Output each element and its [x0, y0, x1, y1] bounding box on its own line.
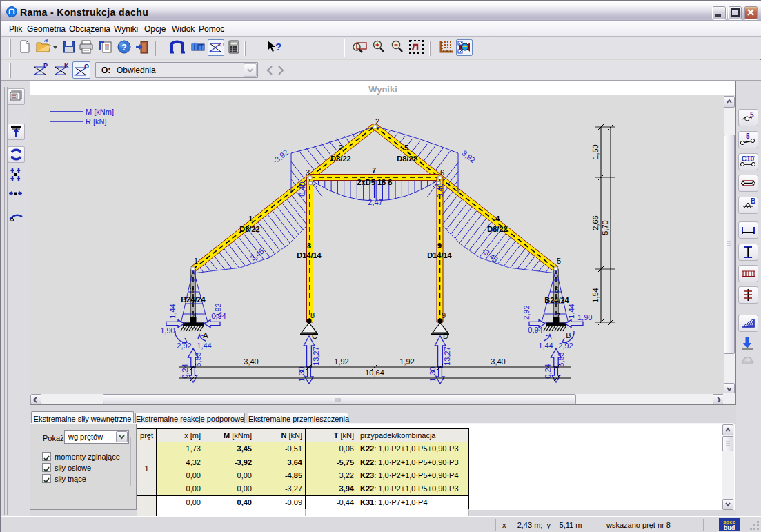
svg-text:1,30: 1,30 [428, 366, 437, 381]
svg-text:M [kNm]: M [kNm] [86, 108, 114, 116]
svg-text:D8/22: D8/22 [487, 225, 507, 233]
svg-text:13,27: 13,27 [443, 346, 451, 366]
svg-text:B: B [751, 197, 755, 205]
svg-text:D8/22: D8/22 [330, 155, 350, 163]
svg-text:K: K [64, 62, 69, 69]
svg-text:9: 9 [437, 242, 442, 250]
svg-text:2,47: 2,47 [368, 198, 382, 206]
svg-text:1,92: 1,92 [399, 357, 414, 366]
svg-text:D: D [443, 332, 448, 340]
svg-text:D8/22: D8/22 [397, 155, 417, 163]
svg-text:4,1: 4,1 [218, 42, 224, 47]
svg-text:5,53: 5,53 [557, 352, 565, 366]
svg-text:2,92: 2,92 [177, 342, 191, 350]
svg-text:0,24: 0,24 [181, 364, 189, 378]
svg-text:6: 6 [440, 168, 444, 177]
svg-text:2,92: 2,92 [558, 342, 573, 350]
svg-text:1: 1 [194, 257, 198, 265]
svg-text:3: 3 [190, 286, 194, 295]
svg-text:6: 6 [555, 286, 559, 294]
svg-text:1,54: 1,54 [591, 288, 600, 302]
svg-text:?: ? [275, 41, 281, 52]
svg-text:C: C [312, 332, 317, 340]
svg-text:2xD5 18 8: 2xD5 18 8 [357, 178, 393, 186]
svg-text:O: O [84, 63, 89, 70]
svg-text:4: 4 [192, 312, 197, 320]
svg-text:2: 2 [375, 117, 379, 126]
svg-text:2: 2 [339, 144, 343, 152]
svg-text:3,40: 3,40 [491, 357, 505, 366]
svg-text:1,44: 1,44 [168, 304, 177, 318]
svg-text:1: 1 [248, 215, 253, 223]
svg-text:1,90: 1,90 [577, 313, 592, 322]
svg-text:7: 7 [556, 312, 560, 320]
svg-text:2,92: 2,92 [522, 305, 531, 319]
svg-text:D14/14: D14/14 [427, 251, 452, 259]
svg-text:0,5: 0,5 [744, 357, 753, 363]
svg-text:B24/24: B24/24 [181, 295, 206, 304]
svg-text:R [kN]: R [kN] [86, 117, 107, 126]
svg-text:A: A [203, 331, 208, 339]
svg-text:1,44: 1,44 [538, 342, 553, 350]
svg-text:1,44: 1,44 [197, 342, 211, 350]
svg-text:5: 5 [557, 257, 561, 265]
svg-text:1,50: 1,50 [591, 144, 600, 159]
svg-text:5: 5 [404, 144, 408, 152]
svg-text:0,94: 0,94 [528, 326, 542, 334]
svg-text:1,92: 1,92 [334, 357, 348, 366]
svg-text:8: 8 [310, 311, 315, 319]
svg-text:B: B [566, 331, 571, 339]
svg-text:D14/14: D14/14 [297, 251, 322, 259]
svg-text:3,40: 3,40 [244, 357, 258, 366]
svg-text:13,27: 13,27 [312, 346, 320, 366]
svg-text:10,64: 10,64 [365, 368, 384, 377]
svg-text:0,94: 0,94 [211, 312, 226, 320]
svg-text:1,90: 1,90 [160, 326, 175, 335]
svg-text:0,40: 0,40 [298, 181, 306, 196]
svg-text:1,44: 1,44 [567, 304, 575, 318]
svg-text:7: 7 [372, 166, 376, 175]
svg-text:3: 3 [306, 168, 310, 177]
svg-text:4: 4 [495, 215, 500, 223]
svg-text:?: ? [121, 42, 127, 52]
svg-text:8: 8 [307, 242, 311, 250]
svg-text:3,92: 3,92 [460, 149, 477, 165]
svg-text:0,24: 0,24 [544, 364, 552, 378]
svg-text:5: 5 [746, 132, 750, 140]
svg-text:1,30: 1,30 [297, 366, 306, 381]
svg-text:5: 5 [750, 111, 754, 119]
svg-text:2,66: 2,66 [591, 215, 600, 230]
svg-text:3,40: 3,40 [436, 183, 444, 197]
svg-text:B24/24: B24/24 [544, 296, 569, 304]
svg-text:P: P [43, 62, 48, 69]
svg-text:bud: bud [724, 524, 735, 531]
svg-text:D8/22: D8/22 [239, 225, 259, 233]
svg-text:-3,92: -3,92 [271, 148, 290, 165]
svg-text:5,70: 5,70 [601, 220, 609, 235]
svg-text:9: 9 [442, 311, 446, 319]
